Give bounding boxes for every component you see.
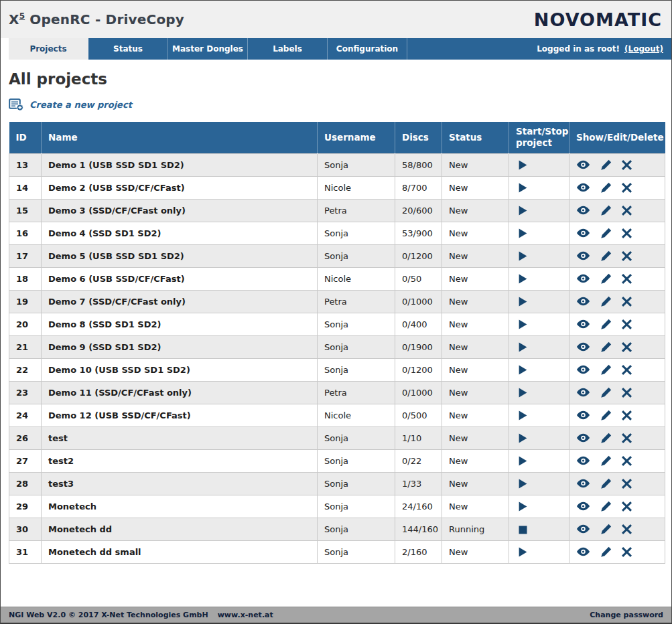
tab-configuration[interactable]: Configuration [328,38,407,60]
start-project-button[interactable] [519,501,527,512]
project-id: 16 [9,222,42,244]
start-project-button[interactable] [519,479,527,489]
start-project-button[interactable] [519,388,527,398]
delete-project-button[interactable] [622,547,632,557]
start-project-button[interactable] [519,206,527,216]
start-project-button[interactable] [519,319,527,329]
tab-projects[interactable]: Projects [9,38,88,60]
start-project-button[interactable] [519,433,527,443]
edit-project-button[interactable] [600,478,612,489]
project-id: 14 [9,176,42,199]
delete-project-button[interactable] [622,501,632,512]
project-id: 13 [9,153,42,176]
start-project-button[interactable] [519,228,527,238]
show-edit-delete-cell [569,267,665,290]
play-icon [519,410,527,420]
tab-status[interactable]: Status [88,38,168,60]
show-project-button[interactable] [576,501,590,511]
show-project-button[interactable] [576,319,590,329]
delete-project-button[interactable] [622,206,632,216]
pencil-icon [600,501,612,512]
delete-project-button[interactable] [622,365,632,375]
start-project-button[interactable] [519,410,527,420]
show-project-button[interactable] [576,342,590,352]
delete-x-icon [622,228,632,238]
delete-project-button[interactable] [622,160,632,170]
delete-project-button[interactable] [622,388,632,398]
show-project-button[interactable] [576,365,590,374]
project-status: New [442,381,509,404]
show-project-button[interactable] [576,297,590,306]
start-project-button[interactable] [519,365,527,375]
edit-project-button[interactable] [600,319,612,330]
create-project-link[interactable]: Create a new project [9,98,132,111]
edit-project-button[interactable] [600,228,612,239]
edit-project-button[interactable] [600,455,612,467]
start-project-button[interactable] [519,251,527,261]
delete-project-button[interactable] [622,342,632,352]
show-project-button[interactable] [576,410,590,420]
edit-project-button[interactable] [600,296,612,307]
show-project-button[interactable] [576,547,590,556]
project-username: Sonja [318,244,395,267]
edit-project-button[interactable] [600,524,612,535]
delete-project-button[interactable] [622,274,632,284]
start-project-button[interactable] [519,297,527,307]
edit-project-button[interactable] [600,182,612,193]
delete-project-button[interactable] [622,456,632,466]
delete-project-button[interactable] [622,228,632,238]
delete-project-button[interactable] [622,479,632,489]
show-project-button[interactable] [576,274,590,283]
show-project-button[interactable] [576,524,590,534]
column-header: Discs [395,122,442,153]
show-project-button[interactable] [576,388,590,397]
logout-link[interactable]: (Logout) [624,44,663,54]
project-username: Petra [318,381,395,404]
tab-master-dongles[interactable]: Master Dongles [168,38,248,60]
show-project-button[interactable] [576,228,590,238]
edit-project-button[interactable] [600,205,612,216]
show-project-button[interactable] [576,479,590,488]
edit-project-button[interactable] [600,250,612,262]
start-project-button[interactable] [519,160,527,170]
edit-project-button[interactable] [600,501,612,512]
start-project-button[interactable] [519,342,527,352]
change-password-link[interactable]: Change password [590,611,663,619]
edit-project-button[interactable] [600,341,612,353]
show-project-button[interactable] [576,206,590,215]
edit-project-button[interactable] [600,546,612,558]
show-project-button[interactable] [576,183,590,192]
delete-project-button[interactable] [622,251,632,261]
show-project-button[interactable] [576,433,590,443]
delete-project-button[interactable] [622,297,632,307]
start-stop-cell [509,404,569,426]
pencil-icon [600,228,612,239]
column-header: Status [442,122,509,153]
delete-project-button[interactable] [622,410,632,420]
show-project-button[interactable] [576,160,590,169]
edit-project-button[interactable] [600,364,612,376]
delete-project-button[interactable] [622,319,632,329]
stop-project-button[interactable] [519,526,527,534]
tab-labels[interactable]: Labels [248,38,328,60]
edit-project-button[interactable] [600,273,612,285]
edit-project-button[interactable] [600,387,612,398]
start-project-button[interactable] [519,456,527,466]
edit-project-button[interactable] [600,410,612,421]
eye-icon [576,547,590,556]
edit-project-button[interactable] [600,159,612,171]
edit-project-button[interactable] [600,433,612,444]
delete-project-button[interactable] [622,433,632,443]
show-edit-delete-cell [569,176,665,199]
delete-project-button[interactable] [622,524,632,534]
start-project-button[interactable] [519,547,527,557]
show-project-button[interactable] [576,251,590,260]
delete-x-icon [622,501,632,512]
start-project-button[interactable] [519,274,527,284]
show-edit-delete-cell [569,244,665,267]
delete-project-button[interactable] [622,183,632,193]
table-row: 23 Demo 11 (SSD/CF/CFast only) Petra 0/1… [9,381,665,404]
start-project-button[interactable] [519,183,527,193]
play-icon [519,274,527,284]
show-project-button[interactable] [576,456,590,465]
